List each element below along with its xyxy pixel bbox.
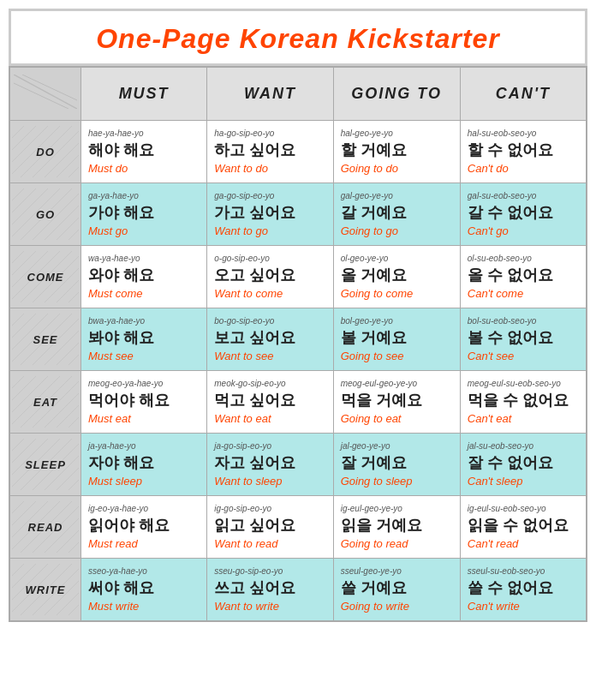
korean-text: 볼 수 없어요 <box>468 327 579 348</box>
romanization: jal-su-eob-seo-yo <box>468 441 579 451</box>
romanization: jal-geo-ye-yo <box>341 441 453 451</box>
korean-text: 올 거예요 <box>341 265 453 285</box>
english-label: Can't eat <box>468 412 579 425</box>
korean-text: 해야 해요 <box>88 140 200 160</box>
english-label: Can't do <box>468 162 579 175</box>
korean-text: 올 수 없어요 <box>468 265 579 285</box>
cell-eat-1: meok-go-sip-eo-yo먹고 싶어요Want to eat <box>207 371 333 434</box>
table-row: SEEbwa-ya-hae-yo봐야 해요Must seebo-go-sip-e… <box>9 308 587 371</box>
romanization: sseul-su-eob-seo-yo <box>468 566 579 576</box>
korean-text: 읽고 싶어요 <box>214 515 325 535</box>
romanization: hal-geo-ye-yo <box>341 129 453 138</box>
cell-eat-2: meog-eul-geo-ye-yo먹을 거예요Going to eat <box>333 371 460 434</box>
cell-go-2: gal-geo-ye-yo갈 거예요Going to go <box>333 183 460 246</box>
korean-text: 읽어야 해요 <box>88 515 200 535</box>
cell-do-0: hae-ya-hae-yo해야 해요Must do <box>81 121 207 183</box>
english-label: Want to read <box>214 537 325 550</box>
korean-text: 쓸 거예요 <box>341 577 453 598</box>
cell-sleep-3: jal-su-eob-seo-yo잘 수 없어요Can't sleep <box>460 434 587 496</box>
table-row: DOhae-ya-hae-yo해야 해요Must doha-go-sip-eo-… <box>9 121 587 183</box>
korean-text: 먹고 싶어요 <box>214 390 325 410</box>
header-going-to: GOING TO <box>333 67 460 121</box>
english-label: Want to go <box>214 224 325 237</box>
cell-sleep-2: jal-geo-ye-yo잘 거예요Going to sleep <box>333 434 460 496</box>
romanization: ig-go-sip-eo-yo <box>214 504 325 513</box>
korean-text: 자고 싶어요 <box>214 452 325 473</box>
english-label: Want to come <box>214 287 325 300</box>
english-label: Can't write <box>468 600 579 613</box>
romanization: gal-su-eob-seo-yo <box>468 191 579 200</box>
english-label: Must eat <box>88 412 200 425</box>
korean-text: 갈 거예요 <box>341 202 453 223</box>
english-label: Want to write <box>214 600 325 613</box>
english-label: Going to do <box>341 162 453 175</box>
romanization: meok-go-sip-eo-yo <box>214 379 325 388</box>
korean-text: 와야 해요 <box>88 265 200 285</box>
romanization: ja-ya-hae-yo <box>88 441 200 451</box>
romanization: o-go-sip-eo-yo <box>214 254 325 263</box>
cell-do-2: hal-geo-ye-yo할 거예요Going to do <box>333 121 460 183</box>
cell-eat-0: meog-eo-ya-hae-yo먹어야 해요Must eat <box>81 371 207 434</box>
korean-text: 오고 싶어요 <box>214 265 325 285</box>
romanization: ol-su-eob-seo-yo <box>468 254 579 263</box>
english-label: Must do <box>88 162 200 175</box>
korean-text: 가고 싶어요 <box>214 202 325 223</box>
romanization: ig-eo-ya-hae-yo <box>88 504 200 513</box>
korean-text: 쓸 수 없어요 <box>468 577 579 598</box>
main-table: MUST WANT GOING TO CAN'T DOhae-ya-hae-yo… <box>9 66 587 622</box>
page: One-Page Korean Kickstarter MUST WANT GO… <box>0 0 596 631</box>
english-label: Must come <box>88 287 200 300</box>
cell-see-1: bo-go-sip-eo-yo보고 싶어요Want to see <box>207 308 333 371</box>
svg-line-2 <box>22 75 77 100</box>
romanization: wa-ya-hae-yo <box>88 254 200 263</box>
page-title: One-Page Korean Kickstarter <box>20 23 576 55</box>
romanization: ol-geo-ye-yo <box>341 254 453 263</box>
romanization: bwa-ya-hae-yo <box>88 316 200 326</box>
romanization: ga-go-sip-eo-yo <box>214 191 325 200</box>
romanization: bol-geo-ye-yo <box>341 316 453 326</box>
english-label: Must sleep <box>88 475 200 488</box>
cell-do-3: hal-su-eob-seo-yo할 수 없어요Can't do <box>460 121 587 183</box>
table-row: WRITEsseo-ya-hae-yo써야 해요Must writesseu-g… <box>9 559 587 622</box>
korean-text: 봐야 해요 <box>88 327 200 348</box>
cell-come-0: wa-ya-hae-yo와야 해요Must come <box>81 246 207 308</box>
english-label: Must see <box>88 350 200 362</box>
cell-read-0: ig-eo-ya-hae-yo읽어야 해요Must read <box>81 496 207 559</box>
english-label: Can't see <box>468 350 579 362</box>
korean-text: 보고 싶어요 <box>214 327 325 348</box>
korean-text: 써야 해요 <box>88 577 200 598</box>
row-label-eat: EAT <box>9 371 81 434</box>
romanization: ga-ya-hae-yo <box>88 191 200 200</box>
cell-see-3: bol-su-eob-seo-yo볼 수 없어요Can't see <box>460 308 587 371</box>
korean-text: 하고 싶어요 <box>214 140 325 160</box>
row-label-write: WRITE <box>9 559 81 622</box>
romanization: bo-go-sip-eo-yo <box>214 316 325 326</box>
english-label: Going to go <box>341 224 453 237</box>
cell-go-3: gal-su-eob-seo-yo갈 수 없어요Can't go <box>460 183 587 246</box>
korean-text: 볼 거예요 <box>341 327 453 348</box>
korean-text: 갈 수 없어요 <box>468 202 579 223</box>
table-body: DOhae-ya-hae-yo해야 해요Must doha-go-sip-eo-… <box>9 121 587 622</box>
cell-write-2: sseul-geo-ye-yo쓸 거예요Going to write <box>333 559 460 622</box>
romanization: ig-eul-geo-ye-yo <box>341 504 453 513</box>
english-label: Going to see <box>341 350 453 362</box>
header-want: WANT <box>207 67 333 121</box>
row-label-do: DO <box>9 121 81 183</box>
korean-text: 할 거예요 <box>341 140 453 160</box>
romanization: meog-eo-ya-hae-yo <box>88 379 200 388</box>
header-row: MUST WANT GOING TO CAN'T <box>9 67 587 121</box>
korean-text: 잘 거예요 <box>341 452 453 473</box>
english-label: Going to sleep <box>341 475 453 488</box>
table-row: COMEwa-ya-hae-yo와야 해요Must comeo-go-sip-e… <box>9 246 587 308</box>
english-label: Can't go <box>468 224 579 237</box>
svg-line-1 <box>14 83 69 109</box>
header-corner <box>9 67 81 121</box>
romanization: meog-eul-geo-ye-yo <box>341 379 453 388</box>
cell-write-3: sseul-su-eob-seo-yo쓸 수 없어요Can't write <box>460 559 587 622</box>
table-row: GOga-ya-hae-yo가야 해요Must goga-go-sip-eo-y… <box>9 183 587 246</box>
cell-write-1: sseu-go-sip-eo-yo쓰고 싶어요Want to write <box>207 559 333 622</box>
english-label: Going to come <box>341 287 453 300</box>
korean-text: 먹을 거예요 <box>341 390 453 410</box>
cell-eat-3: meog-eul-su-eob-seo-yo먹을 수 없어요Can't eat <box>460 371 587 434</box>
english-label: Can't read <box>468 537 579 550</box>
